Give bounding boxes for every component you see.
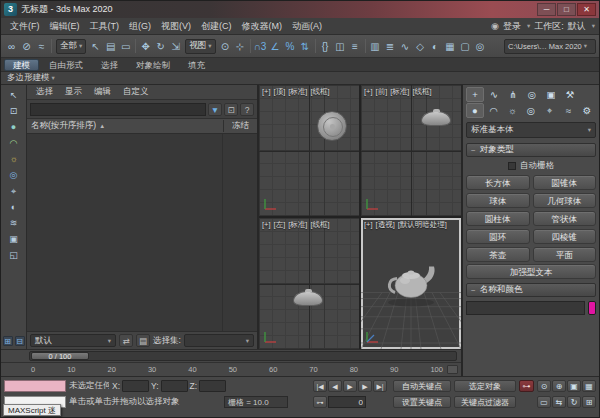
viewport-label-segment[interactable]: [默认明暗处理] — [398, 220, 447, 230]
orbit-icon[interactable]: ↻ — [567, 396, 581, 408]
help-icon[interactable]: ? — [240, 103, 254, 116]
zoom-region-icon[interactable]: ▭ — [537, 396, 551, 408]
filter-spacewarps-icon[interactable]: ≋ — [5, 216, 23, 231]
time-slider-handle[interactable]: 0 / 100 — [31, 352, 89, 360]
geometry-category-tab[interactable]: ● — [466, 103, 484, 118]
play-button[interactable]: ▶ — [343, 380, 357, 392]
select-and-move-button[interactable]: ✥ — [138, 38, 153, 55]
torus-button[interactable]: 圆环 — [466, 229, 530, 244]
selection-region-button[interactable]: ▭ — [118, 38, 133, 55]
explorer-lock-icon[interactable]: ⊡ — [5, 104, 23, 119]
ribbon-tab-selection[interactable]: 选择 — [93, 59, 126, 71]
object-name-field[interactable] — [466, 301, 585, 315]
y-coordinate-field[interactable] — [161, 380, 188, 392]
selection-set-dropdown[interactable]: ▾ — [184, 334, 254, 347]
category-dropdown[interactable]: 标准基本体 ▾ — [466, 122, 596, 138]
pan-icon[interactable]: ⇆ — [552, 396, 566, 408]
scene-explorer-toggle-button[interactable]: ▥ — [368, 38, 383, 55]
viewport-label-segment[interactable]: [+] — [262, 87, 271, 97]
ribbon-tab-modeling[interactable]: 建模 — [4, 59, 39, 71]
login-button[interactable]: 登录 — [503, 20, 521, 33]
workspace-selector[interactable]: 默认 — [568, 20, 586, 33]
use-pivot-center-button[interactable]: ⊙ — [218, 38, 233, 55]
select-object-button[interactable]: ↖ — [88, 38, 103, 55]
cameras-category-tab[interactable]: ◎ — [522, 103, 540, 118]
mirror-button[interactable]: ◫ — [333, 38, 348, 55]
select-and-manipulate-button[interactable]: ⊹ — [233, 38, 248, 55]
hierarchy-tab[interactable]: ⋔ — [504, 87, 522, 102]
viewport-label-segment[interactable]: [+] — [364, 220, 373, 230]
angle-snap-button[interactable]: ∠ — [268, 38, 283, 55]
percent-snap-button[interactable]: % — [283, 38, 298, 55]
menu-item-2[interactable]: 工具(T) — [85, 20, 125, 33]
swap-selection-icon[interactable]: ⇄ — [119, 334, 133, 347]
maximize-viewport-icon[interactable]: ⊞ — [582, 396, 596, 408]
maximize-button[interactable]: □ — [557, 3, 576, 16]
geosphere-button[interactable]: 几何球体 — [533, 193, 597, 208]
dock-explorer-icon[interactable]: ⊞ — [3, 336, 13, 346]
filter-groups-icon[interactable]: ▣ — [5, 232, 23, 247]
viewport-top[interactable]: [+][顶][标准][线框] — [259, 85, 359, 216]
viewport-label-segment[interactable]: [线框] — [310, 220, 329, 230]
teapot-button[interactable]: 茶壶 — [466, 247, 530, 262]
menu-item-0[interactable]: 文件(F) — [5, 20, 45, 33]
object-type-rollout-header[interactable]: − 对象类型 — [466, 143, 596, 157]
filter-shapes-icon[interactable]: ◠ — [5, 136, 23, 151]
helpers-category-tab[interactable]: ⌖ — [541, 103, 559, 118]
float-explorer-icon[interactable]: ⊟ — [15, 336, 25, 346]
menu-item-1[interactable]: 编辑(E) — [45, 20, 85, 33]
rendered-frame-button[interactable]: ▢ — [458, 38, 473, 55]
systems-category-tab[interactable]: ⚙ — [578, 103, 596, 118]
align-button[interactable]: ≡ — [348, 38, 363, 55]
filter-geometry-icon[interactable]: ● — [5, 120, 23, 135]
filter-helpers-icon[interactable]: ⌖ — [5, 184, 23, 199]
viewport-label-segment[interactable]: [线框] — [310, 87, 329, 97]
viewport-label-segment[interactable]: [顶] — [274, 87, 286, 97]
zoom-icon[interactable]: ⊙ — [537, 380, 551, 392]
explorer-menu-edit[interactable]: 编辑 — [88, 86, 117, 98]
select-and-rotate-button[interactable]: ↻ — [153, 38, 168, 55]
explorer-select-icon[interactable]: ↖ — [5, 88, 23, 103]
scene-explorer-search-input[interactable] — [30, 103, 206, 116]
column-header-frozen[interactable]: 冻结 — [223, 120, 257, 132]
previous-frame-button[interactable]: ◀ — [328, 380, 342, 392]
viewport-front[interactable]: [+][前][标准][线框] — [361, 85, 461, 216]
modify-tab[interactable]: ∿ — [485, 87, 503, 102]
spinner-snap-button[interactable]: ⇅ — [298, 38, 313, 55]
ribbon-tab-object-paint[interactable]: 对象绘制 — [128, 59, 178, 71]
selection-list-icon[interactable]: ▤ — [136, 334, 150, 347]
pyramid-button[interactable]: 四棱锥 — [533, 229, 597, 244]
go-to-end-button[interactable]: ▶| — [373, 380, 387, 392]
teapot-object[interactable] — [421, 111, 451, 126]
close-button[interactable]: ✕ — [577, 3, 596, 16]
viewport-label-segment[interactable]: [标准] — [288, 87, 307, 97]
cone-button[interactable]: 圆锥体 — [533, 175, 597, 190]
create-tab[interactable]: + — [466, 87, 484, 102]
macro-recorder-field[interactable] — [4, 380, 66, 392]
lights-category-tab[interactable]: ☼ — [503, 103, 521, 118]
viewport-label-segment[interactable]: [标准] — [390, 87, 409, 97]
menu-item-6[interactable]: 修改器(M) — [237, 20, 288, 33]
zoom-all-icon[interactable]: ⊕ — [552, 380, 566, 392]
teapot-object[interactable] — [293, 291, 323, 306]
column-header-name[interactable]: 名称(按升序排序) ▲ — [27, 120, 223, 132]
viewport-label-segment[interactable]: [透视] — [376, 220, 395, 230]
ribbon-panel-bar[interactable]: 多边形建模 ▾ — [1, 72, 599, 85]
project-folder-field[interactable]: C:\Users\… Max 2020 ▾ — [504, 39, 596, 54]
snap-toggle-button[interactable]: ∩3 — [253, 38, 268, 55]
app-logo-icon[interactable]: 3 — [4, 3, 17, 16]
spacewarps-category-tab[interactable]: ≈ — [560, 103, 578, 118]
menu-item-3[interactable]: 组(G) — [124, 20, 156, 33]
viewport-label-segment[interactable]: [线框] — [412, 87, 431, 97]
set-key-button[interactable]: ⊶ — [519, 380, 534, 392]
teapot-object[interactable] — [317, 111, 347, 141]
material-editor-button[interactable]: ◐ — [428, 38, 443, 55]
render-button[interactable]: ◎ — [473, 38, 488, 55]
key-filters-button[interactable]: 关键点过滤器 — [454, 396, 516, 408]
utilities-tab[interactable]: ⚒ — [561, 87, 579, 102]
display-tab[interactable]: ▣ — [542, 87, 560, 102]
motion-tab[interactable]: ◎ — [523, 87, 541, 102]
next-frame-button[interactable]: ▶ — [358, 380, 372, 392]
selection-filter-dropdown[interactable]: 全部▾ — [56, 39, 86, 54]
go-to-start-button[interactable]: |◀ — [313, 380, 327, 392]
